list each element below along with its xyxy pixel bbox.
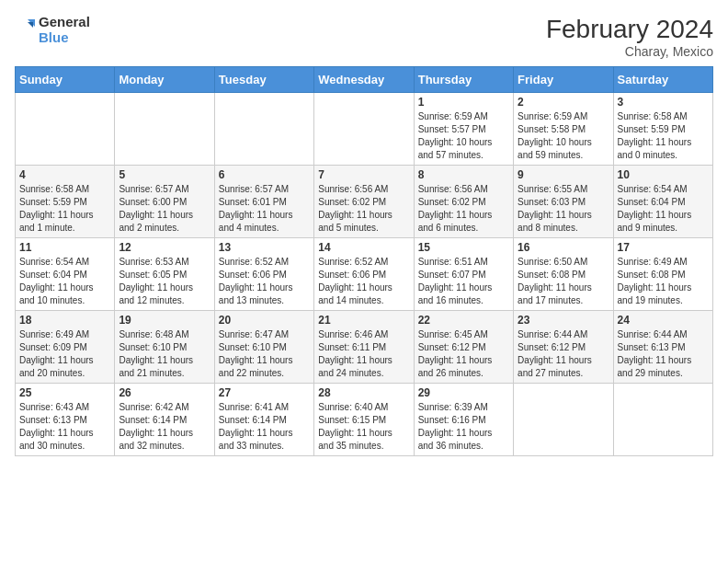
day-info-text: Sunrise: 6:54 AM Sunset: 6:04 PM Dayligh… bbox=[19, 256, 110, 307]
day-info-text: Sunrise: 6:53 AM Sunset: 6:05 PM Dayligh… bbox=[119, 256, 210, 307]
day-info-text: Sunrise: 6:56 AM Sunset: 6:02 PM Dayligh… bbox=[418, 183, 509, 235]
day-info-text: Sunrise: 6:52 AM Sunset: 6:06 PM Dayligh… bbox=[219, 256, 310, 307]
calendar-empty-cell bbox=[514, 384, 613, 456]
day-info-text: Sunrise: 6:54 AM Sunset: 6:04 PM Dayligh… bbox=[618, 183, 709, 235]
calendar-empty-cell bbox=[314, 93, 414, 166]
day-number: 28 bbox=[318, 386, 409, 399]
calendar-week-row: 18Sunrise: 6:49 AM Sunset: 6:09 PM Dayli… bbox=[16, 311, 713, 384]
day-info-text: Sunrise: 6:43 AM Sunset: 6:13 PM Dayligh… bbox=[19, 401, 110, 453]
day-info-text: Sunrise: 6:59 AM Sunset: 5:58 PM Dayligh… bbox=[518, 110, 609, 162]
day-number: 9 bbox=[518, 168, 609, 181]
day-number: 16 bbox=[518, 241, 609, 254]
day-info-text: Sunrise: 6:57 AM Sunset: 6:00 PM Dayligh… bbox=[119, 183, 210, 235]
day-info-text: Sunrise: 6:58 AM Sunset: 5:59 PM Dayligh… bbox=[618, 110, 709, 162]
calendar-day-cell: 7Sunrise: 6:56 AM Sunset: 6:02 PM Daylig… bbox=[314, 166, 414, 238]
calendar-empty-cell bbox=[214, 93, 313, 166]
calendar-header: SundayMondayTuesdayWednesdayThursdayFrid… bbox=[16, 67, 713, 93]
day-number: 1 bbox=[418, 96, 509, 109]
day-number: 8 bbox=[418, 168, 509, 181]
calendar-day-cell: 26Sunrise: 6:42 AM Sunset: 6:14 PM Dayli… bbox=[115, 384, 214, 456]
day-info-text: Sunrise: 6:40 AM Sunset: 6:15 PM Dayligh… bbox=[318, 401, 409, 453]
logo-text: General Blue bbox=[39, 15, 90, 45]
day-info-text: Sunrise: 6:45 AM Sunset: 6:12 PM Dayligh… bbox=[418, 328, 509, 380]
calendar-day-cell: 4Sunrise: 6:58 AM Sunset: 5:59 PM Daylig… bbox=[16, 166, 115, 238]
calendar-day-cell: 14Sunrise: 6:52 AM Sunset: 6:06 PM Dayli… bbox=[314, 238, 414, 311]
day-number: 14 bbox=[318, 241, 409, 254]
day-info-text: Sunrise: 6:58 AM Sunset: 5:59 PM Dayligh… bbox=[19, 183, 110, 235]
calendar-day-cell: 13Sunrise: 6:52 AM Sunset: 6:06 PM Dayli… bbox=[214, 238, 313, 311]
calendar-day-cell: 23Sunrise: 6:44 AM Sunset: 6:12 PM Dayli… bbox=[514, 311, 613, 384]
day-info-text: Sunrise: 6:57 AM Sunset: 6:01 PM Dayligh… bbox=[219, 183, 310, 235]
day-number: 3 bbox=[618, 96, 709, 109]
day-number: 11 bbox=[19, 241, 110, 254]
calendar-day-cell: 29Sunrise: 6:39 AM Sunset: 6:16 PM Dayli… bbox=[414, 384, 513, 456]
day-number: 19 bbox=[119, 314, 210, 327]
day-number: 24 bbox=[618, 314, 709, 327]
calendar-day-cell: 25Sunrise: 6:43 AM Sunset: 6:13 PM Dayli… bbox=[16, 384, 115, 456]
location-subtitle: Charay, Mexico bbox=[546, 44, 713, 59]
month-year-title: February 2024 bbox=[546, 15, 713, 44]
day-number: 26 bbox=[119, 386, 210, 399]
logo: General Blue bbox=[15, 15, 90, 45]
calendar-week-row: 4Sunrise: 6:58 AM Sunset: 5:59 PM Daylig… bbox=[16, 166, 713, 238]
logo-container: General Blue bbox=[15, 15, 90, 45]
calendar-day-cell: 22Sunrise: 6:45 AM Sunset: 6:12 PM Dayli… bbox=[414, 311, 513, 384]
day-info-text: Sunrise: 6:47 AM Sunset: 6:10 PM Dayligh… bbox=[219, 328, 310, 380]
day-info-text: Sunrise: 6:49 AM Sunset: 6:09 PM Dayligh… bbox=[19, 328, 110, 380]
calendar-day-cell: 24Sunrise: 6:44 AM Sunset: 6:13 PM Dayli… bbox=[613, 311, 712, 384]
day-number: 27 bbox=[219, 386, 310, 399]
day-info-text: Sunrise: 6:39 AM Sunset: 6:16 PM Dayligh… bbox=[418, 401, 509, 453]
day-number: 15 bbox=[418, 241, 509, 254]
calendar-day-cell: 12Sunrise: 6:53 AM Sunset: 6:05 PM Dayli… bbox=[115, 238, 214, 311]
day-of-week-header: Saturday bbox=[613, 67, 712, 93]
day-number: 21 bbox=[318, 314, 409, 327]
calendar-week-row: 1Sunrise: 6:59 AM Sunset: 5:57 PM Daylig… bbox=[16, 93, 713, 166]
calendar-day-cell: 16Sunrise: 6:50 AM Sunset: 6:08 PM Dayli… bbox=[514, 238, 613, 311]
calendar-day-cell: 5Sunrise: 6:57 AM Sunset: 6:00 PM Daylig… bbox=[115, 166, 214, 238]
day-of-week-header: Friday bbox=[514, 67, 613, 93]
calendar-table: SundayMondayTuesdayWednesdayThursdayFrid… bbox=[15, 66, 713, 456]
calendar-day-cell: 27Sunrise: 6:41 AM Sunset: 6:14 PM Dayli… bbox=[214, 384, 313, 456]
day-info-text: Sunrise: 6:48 AM Sunset: 6:10 PM Dayligh… bbox=[119, 328, 210, 380]
calendar-day-cell: 18Sunrise: 6:49 AM Sunset: 6:09 PM Dayli… bbox=[16, 311, 115, 384]
day-number: 13 bbox=[219, 241, 310, 254]
title-block: February 2024 Charay, Mexico bbox=[546, 15, 713, 59]
day-number: 18 bbox=[19, 314, 110, 327]
calendar-week-row: 25Sunrise: 6:43 AM Sunset: 6:13 PM Dayli… bbox=[16, 384, 713, 456]
days-of-week-row: SundayMondayTuesdayWednesdayThursdayFrid… bbox=[16, 67, 713, 93]
calendar-day-cell: 15Sunrise: 6:51 AM Sunset: 6:07 PM Dayli… bbox=[414, 238, 513, 311]
calendar-empty-cell bbox=[115, 93, 214, 166]
calendar-body: 1Sunrise: 6:59 AM Sunset: 5:57 PM Daylig… bbox=[16, 93, 713, 456]
calendar-empty-cell bbox=[16, 93, 115, 166]
day-of-week-header: Tuesday bbox=[214, 67, 313, 93]
day-number: 12 bbox=[119, 241, 210, 254]
day-number: 17 bbox=[618, 241, 709, 254]
calendar-day-cell: 9Sunrise: 6:55 AM Sunset: 6:03 PM Daylig… bbox=[514, 166, 613, 238]
day-number: 2 bbox=[518, 96, 609, 109]
logo-bird-icon bbox=[15, 17, 35, 43]
day-number: 4 bbox=[19, 168, 110, 181]
day-number: 7 bbox=[318, 168, 409, 181]
calendar-week-row: 11Sunrise: 6:54 AM Sunset: 6:04 PM Dayli… bbox=[16, 238, 713, 311]
day-of-week-header: Wednesday bbox=[314, 67, 414, 93]
day-of-week-header: Sunday bbox=[16, 67, 115, 93]
day-number: 23 bbox=[518, 314, 609, 327]
day-number: 20 bbox=[219, 314, 310, 327]
day-info-text: Sunrise: 6:46 AM Sunset: 6:11 PM Dayligh… bbox=[318, 328, 409, 380]
day-number: 5 bbox=[119, 168, 210, 181]
day-number: 6 bbox=[219, 168, 310, 181]
day-info-text: Sunrise: 6:55 AM Sunset: 6:03 PM Dayligh… bbox=[518, 183, 609, 235]
calendar-day-cell: 11Sunrise: 6:54 AM Sunset: 6:04 PM Dayli… bbox=[16, 238, 115, 311]
calendar-day-cell: 8Sunrise: 6:56 AM Sunset: 6:02 PM Daylig… bbox=[414, 166, 513, 238]
day-of-week-header: Thursday bbox=[414, 67, 513, 93]
calendar-day-cell: 21Sunrise: 6:46 AM Sunset: 6:11 PM Dayli… bbox=[314, 311, 414, 384]
day-info-text: Sunrise: 6:52 AM Sunset: 6:06 PM Dayligh… bbox=[318, 256, 409, 307]
day-info-text: Sunrise: 6:59 AM Sunset: 5:57 PM Dayligh… bbox=[418, 110, 509, 162]
day-info-text: Sunrise: 6:50 AM Sunset: 6:08 PM Dayligh… bbox=[518, 256, 609, 307]
day-info-text: Sunrise: 6:49 AM Sunset: 6:08 PM Dayligh… bbox=[618, 256, 709, 307]
calendar-day-cell: 6Sunrise: 6:57 AM Sunset: 6:01 PM Daylig… bbox=[214, 166, 313, 238]
day-info-text: Sunrise: 6:42 AM Sunset: 6:14 PM Dayligh… bbox=[119, 401, 210, 453]
calendar-day-cell: 2Sunrise: 6:59 AM Sunset: 5:58 PM Daylig… bbox=[514, 93, 613, 166]
day-info-text: Sunrise: 6:44 AM Sunset: 6:13 PM Dayligh… bbox=[618, 328, 709, 380]
day-info-text: Sunrise: 6:41 AM Sunset: 6:14 PM Dayligh… bbox=[219, 401, 310, 453]
